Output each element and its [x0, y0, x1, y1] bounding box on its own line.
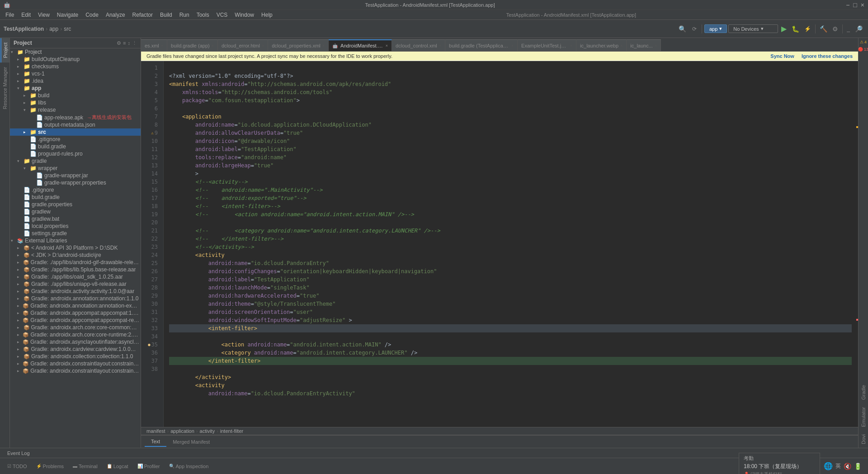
- panel-dovi-label[interactable]: Dovi: [859, 431, 868, 448]
- list-item[interactable]: ▾ 📁 gradle: [10, 157, 141, 165]
- tab-close-icon[interactable]: ×: [439, 43, 441, 48]
- bottom-tab-problems[interactable]: ⚡ Problems: [33, 462, 67, 471]
- tab-es-xml[interactable]: es.xml ×: [141, 39, 167, 51]
- list-item[interactable]: 📄 .gitignore: [10, 186, 141, 194]
- list-item[interactable]: ▸ 📦 Gradle: androidx.annotation:annotati…: [10, 295, 141, 302]
- list-item[interactable]: ▸ 📦 Gradle: ./app/libs/lib.5plus.base-re…: [10, 266, 141, 273]
- list-item[interactable]: ▸ 📦 Gradle: androidx.asynclayoutinflater…: [10, 338, 141, 346]
- panel-project-label[interactable]: Project: [0, 38, 9, 62]
- menu-analyze[interactable]: Analyze: [102, 11, 129, 19]
- ignore-changes-btn[interactable]: Ignore these changes: [802, 53, 853, 59]
- src-path[interactable]: src: [64, 26, 71, 32]
- search-everywhere-btn[interactable]: 🔎: [853, 24, 864, 33]
- list-item[interactable]: ▸ 📁 libs: [10, 99, 141, 106]
- list-item[interactable]: 📄 output-metadata.json: [10, 121, 141, 128]
- tab-close-icon[interactable]: ×: [386, 43, 388, 48]
- list-item[interactable]: 📄 .gitignore: [10, 136, 141, 143]
- toolbar-sync-btn[interactable]: ⟳: [689, 25, 699, 33]
- event-log-label[interactable]: Event Log: [4, 450, 33, 457]
- tab-close-icon[interactable]: ×: [620, 43, 623, 48]
- list-item[interactable]: ▸ 📁 build: [10, 92, 141, 99]
- menu-code[interactable]: Code: [82, 11, 102, 19]
- list-item[interactable]: 📄 build.gradle: [10, 143, 141, 150]
- project-sort-icon[interactable]: ↕: [128, 40, 131, 46]
- module-name[interactable]: app: [49, 26, 58, 32]
- tab-build-gradle-app[interactable]: build.gradle (app) ×: [167, 39, 218, 51]
- menu-run[interactable]: Run: [176, 11, 193, 19]
- list-item[interactable]: ▾ 📁 Project: [10, 48, 141, 56]
- menu-view[interactable]: View: [34, 11, 53, 19]
- project-expand-icon[interactable]: ≡: [123, 40, 126, 46]
- list-item[interactable]: ▸ 📦 Gradle: androidx.cardview:cardview:1…: [10, 346, 141, 353]
- tab-close-icon[interactable]: ×: [322, 43, 325, 48]
- toolbar-search-btn[interactable]: 🔍: [677, 24, 688, 33]
- list-item[interactable]: ▸ 📦 Gradle: androidx.appcompat:appcompat…: [10, 317, 141, 324]
- menu-edit[interactable]: Edit: [18, 11, 34, 19]
- warning-count[interactable]: ⚠ 4: [859, 38, 868, 46]
- app-selector-btn[interactable]: app ▾: [704, 24, 727, 33]
- code-content[interactable]: <?xml version="1.0" encoding="utf-8"?> <…: [164, 61, 852, 427]
- list-item[interactable]: 📄 gradle.properties: [10, 201, 141, 208]
- tab-dcloud-error[interactable]: dcloud_error.html ×: [218, 39, 268, 51]
- list-item[interactable]: ▸ 📦 Gradle: ./app/libs/uniapp-v8-release…: [10, 280, 141, 288]
- maximize-btn[interactable]: □: [853, 1, 857, 9]
- tab-close-icon[interactable]: ×: [262, 43, 264, 48]
- list-item[interactable]: ▸ 📦 < Android API 30 Platform > D:\SDK: [10, 244, 141, 251]
- device-selector-btn[interactable]: No Devices ▾: [728, 24, 778, 33]
- tab-build-gradle-test[interactable]: build.gradle (TestApplication) ×: [445, 39, 518, 51]
- tab-ic-launcher[interactable]: ic_launcher.webp ×: [576, 39, 627, 51]
- settings-btn[interactable]: ⚙: [830, 24, 840, 33]
- list-item[interactable]: ▸ 📦 Gradle: androidx.arch.core:core-comm…: [10, 324, 141, 331]
- list-item[interactable]: 📄 gradle-wrapper.properties: [10, 179, 141, 186]
- list-item[interactable]: ▾ 📁 wrapper: [10, 165, 141, 172]
- list-item[interactable]: ▸ 📦 Gradle: androidx.activity:activity:1…: [10, 288, 141, 295]
- bottom-tab-profiler[interactable]: 📊 Profiler: [134, 462, 164, 471]
- menu-help[interactable]: Help: [258, 11, 276, 19]
- list-item[interactable]: ▸ 📁 buildOutputCleanup: [10, 56, 141, 63]
- panel-emulator-label[interactable]: Emulator: [859, 403, 868, 431]
- tab-example-unit-test[interactable]: ExampleUnitTest.java ×: [518, 39, 576, 51]
- tab-close-icon[interactable]: ×: [655, 43, 657, 48]
- profile-btn[interactable]: ⚡: [802, 25, 813, 33]
- tree-item-src[interactable]: ▸ 📁 src: [10, 128, 141, 136]
- list-item[interactable]: 📄 local.properties: [10, 223, 141, 230]
- breadcrumb-intent-filter[interactable]: intent-filter: [220, 428, 243, 434]
- project-gear-icon[interactable]: ⚙: [117, 40, 121, 46]
- minimize-btn[interactable]: −: [846, 1, 849, 9]
- menu-vcs[interactable]: VCS: [213, 11, 231, 19]
- list-item[interactable]: ▸ 📦 < JDK > D:\android-studio\jre: [10, 251, 141, 259]
- list-item[interactable]: ▸ 📁 .idea: [10, 77, 141, 85]
- panel-gradle-label[interactable]: Gradle: [859, 381, 868, 403]
- list-item[interactable]: 📄 gradlew: [10, 208, 141, 215]
- list-item[interactable]: ▾ 📚 External Libraries: [10, 237, 141, 244]
- tab-close-icon[interactable]: ×: [161, 43, 163, 48]
- terminal-btn[interactable]: _: [845, 25, 852, 33]
- list-item[interactable]: ▸ 📁 checksums: [10, 63, 141, 70]
- bottom-tab-inspection[interactable]: 🔍 App Inspection: [165, 462, 212, 471]
- breadcrumb-application[interactable]: application: [170, 428, 194, 434]
- list-item[interactable]: 📄 app-release.apk → 离线生成的安装包: [10, 114, 141, 121]
- list-item[interactable]: 📄 build.gradle: [10, 194, 141, 201]
- list-item[interactable]: ▸ 📦 Gradle: androidx.collection:collecti…: [10, 353, 141, 360]
- list-item[interactable]: ▸ 📦 Gradle: androidx.constraintlayout:co…: [10, 367, 141, 374]
- run-btn[interactable]: ▶: [779, 24, 788, 34]
- list-item[interactable]: ▸ 📦 Gradle: ./app/libs/android-gif-drawa…: [10, 259, 141, 266]
- menu-window[interactable]: Window: [231, 11, 258, 19]
- tab-dcloud-props[interactable]: dcloud_properties.xml ×: [268, 39, 329, 51]
- sync-now-btn[interactable]: Sync Now: [770, 53, 794, 59]
- error-count[interactable]: 🔴 13: [859, 46, 868, 52]
- menu-file[interactable]: File: [2, 11, 18, 19]
- breadcrumb-manifest[interactable]: manifest: [146, 428, 165, 434]
- project-filter-icon[interactable]: ⋮: [132, 40, 137, 46]
- tab-close-icon[interactable]: ×: [511, 43, 514, 48]
- tab-android-manifest[interactable]: 🤖 AndroidManifest.xml ×: [329, 39, 392, 51]
- list-item[interactable]: ▸ 📦 Gradle: androidx.arch.core:core-runt…: [10, 331, 141, 338]
- menu-build[interactable]: Build: [156, 11, 176, 19]
- list-item[interactable]: ▸ 📦 Gradle: androidx.constraintlayout:co…: [10, 360, 141, 367]
- breadcrumb-activity[interactable]: activity: [200, 428, 215, 434]
- bottom-tab-logcat[interactable]: 📋 Logcat: [103, 462, 132, 471]
- tab-dcloud-control[interactable]: dcloud_control.xml ×: [392, 39, 445, 51]
- tab-merged-manifest[interactable]: Merged Manifest: [166, 437, 216, 446]
- menu-navigate[interactable]: Navigate: [53, 11, 82, 19]
- project-name[interactable]: TestApplication: [4, 26, 44, 32]
